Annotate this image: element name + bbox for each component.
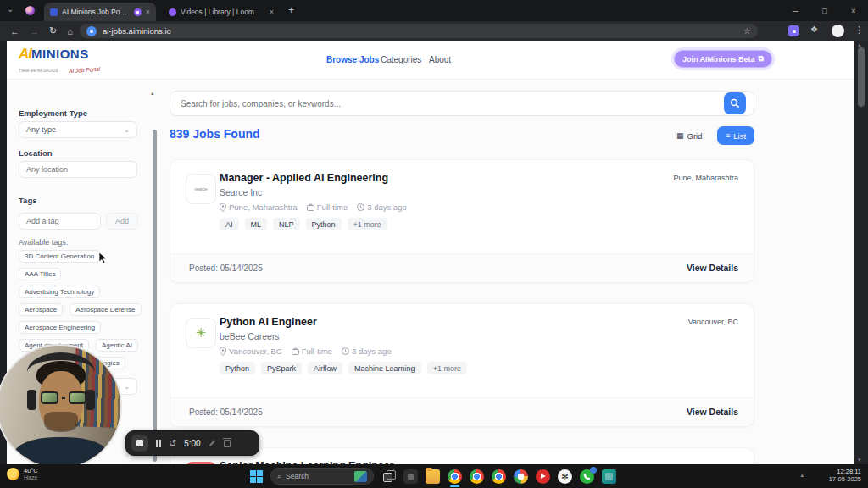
new-tab-button[interactable]: +: [288, 4, 294, 16]
delete-recording-icon[interactable]: [224, 440, 231, 447]
join-beta-button[interactable]: Join AIMinions Beta ⧉: [674, 50, 772, 68]
job-tag[interactable]: Machine Learning: [348, 362, 421, 374]
grid-view-button[interactable]: ▦ Grid: [676, 126, 702, 145]
list-view-button[interactable]: ≡ List: [717, 126, 754, 145]
file-explorer-icon[interactable]: [426, 469, 440, 484]
bookmark-star-icon[interactable]: ☆: [743, 26, 751, 36]
job-title[interactable]: Python AI Engineer: [220, 316, 317, 328]
tag-pill[interactable]: Aerospace Defense: [70, 303, 141, 316]
loom-extension-button[interactable]: [788, 25, 799, 36]
job-tag[interactable]: PySpark: [261, 362, 302, 374]
recording-indicator-icon[interactable]: [25, 6, 35, 15]
tag-pill[interactable]: Advertising Technology: [19, 286, 100, 298]
browser-menu-icon[interactable]: ⋮: [854, 25, 864, 36]
job-card[interactable]: ✳ Python AI Engineer beBee Careers Vanco…: [170, 303, 754, 427]
tags-label: Tags: [19, 196, 36, 205]
tab-search-chevron-icon[interactable]: ⌄: [7, 4, 14, 14]
nav-about[interactable]: About: [429, 55, 451, 64]
window-close-button[interactable]: ×: [839, 0, 868, 21]
job-search-input[interactable]: [181, 99, 743, 108]
tag-pill[interactable]: AAA Titles: [19, 268, 61, 280]
forward-icon[interactable]: →: [30, 26, 39, 36]
url-bar[interactable]: ai-jobs.aiminions.io ☆: [80, 24, 758, 38]
search-button[interactable]: [724, 92, 746, 114]
window-maximize-button[interactable]: □: [810, 0, 839, 21]
taskbar-clock[interactable]: 12:28:11 17-05-2025: [829, 468, 861, 484]
site-favicon: [86, 26, 97, 36]
chrome-icon[interactable]: [448, 469, 462, 484]
job-meta: Pune, Maharashtra Full-time 3 days ago: [220, 202, 407, 212]
reload-icon[interactable]: ↻: [49, 25, 57, 36]
extensions-puzzle-icon[interactable]: ❖: [810, 25, 818, 34]
location-input[interactable]: [26, 165, 130, 174]
page-scrollbar-thumb[interactable]: [858, 47, 865, 107]
tag-pill[interactable]: Aerospace: [19, 303, 63, 316]
chrome-icon[interactable]: [492, 469, 506, 484]
company-logo: searce: [186, 174, 216, 204]
start-button[interactable]: [250, 470, 263, 483]
tab-close-icon[interactable]: ×: [270, 8, 274, 16]
chrome-icon[interactable]: [470, 469, 484, 484]
job-title[interactable]: Manager - Applied AI Engineering: [220, 172, 388, 184]
sidebar-scroll-up-icon[interactable]: ▴: [151, 90, 154, 97]
page-scrollbar-track[interactable]: ▴ ▾: [854, 41, 868, 464]
home-icon[interactable]: ⌂: [67, 26, 73, 36]
job-tag[interactable]: Python: [220, 362, 255, 374]
job-region: Vancouver, BC: [688, 318, 738, 326]
youtube-icon[interactable]: [536, 469, 550, 484]
view-details-button[interactable]: View Details: [687, 407, 738, 417]
headphone-cup: [86, 390, 95, 410]
tag-input[interactable]: [26, 217, 93, 225]
draw-tool-icon[interactable]: [209, 440, 215, 446]
chrome-profile-icon[interactable]: [514, 469, 528, 484]
tab-ai-minions[interactable]: AI Minions Job Portal | Fin ×: [44, 3, 156, 21]
search-highlight-thumbnail: [354, 471, 367, 482]
back-icon[interactable]: ←: [10, 26, 19, 36]
task-view-button[interactable]: [381, 469, 396, 484]
company-logo-text: searce: [194, 186, 207, 191]
nav-browse-jobs[interactable]: Browse Jobs: [326, 55, 379, 64]
job-tag[interactable]: AI: [220, 218, 239, 230]
job-card[interactable]: searce Manager - Applied AI Engineering …: [170, 159, 754, 283]
taskbar-icons: ⌕ Search ✻: [250, 468, 616, 485]
job-tag[interactable]: NLP: [273, 218, 300, 230]
view-details-button[interactable]: View Details: [687, 263, 738, 273]
tab-title: AI Minions Job Portal | Fin: [62, 8, 130, 16]
stop-recording-button[interactable]: [131, 435, 148, 452]
webcam-overlay[interactable]: [0, 344, 122, 469]
restart-recording-icon[interactable]: ↺: [169, 438, 176, 449]
browser-address-bar: ← → ↻ ⌂ ai-jobs.aiminions.io ☆ ❖ ⋮: [0, 21, 868, 41]
aiminions-logo[interactable]: AIMINIONS These are the DROIDS AI Job Po…: [19, 47, 100, 75]
pause-recording-button[interactable]: [156, 440, 161, 447]
nav-categories[interactable]: Categories: [381, 55, 421, 64]
whatsapp-icon[interactable]: [580, 469, 594, 484]
employment-type-select[interactable]: Any type ⌄: [19, 121, 137, 138]
tab-close-icon[interactable]: ×: [146, 8, 150, 16]
scroll-down-icon[interactable]: ▾: [858, 457, 861, 463]
tab-title: Videos | Library | Loom: [181, 8, 265, 16]
job-region: Pune, Maharashtra: [673, 174, 738, 182]
sidebar-scrollbar[interactable]: [153, 130, 157, 462]
chatgpt-icon[interactable]: ✻: [558, 469, 572, 484]
taskbar-app-icon[interactable]: [403, 469, 418, 484]
windows-taskbar: 40°C Haze ⌕ Search ✻: [0, 464, 868, 488]
url-text[interactable]: ai-jobs.aiminions.io: [103, 26, 171, 36]
weather-widget[interactable]: 40°C Haze: [7, 467, 38, 481]
window-minimize-button[interactable]: ─: [782, 0, 810, 21]
loom-extension-icon: [134, 8, 142, 16]
tag-pill[interactable]: Agentic AI: [96, 339, 138, 352]
taskbar-search[interactable]: ⌕ Search: [270, 468, 374, 485]
job-tag[interactable]: ML: [245, 218, 268, 230]
tag-pill[interactable]: 3D Content Generation: [19, 250, 100, 263]
job-tag-more[interactable]: +1 more: [348, 218, 387, 230]
tray-chevron-icon[interactable]: ▴: [800, 472, 804, 479]
tag-pill[interactable]: Aerospace Engineering: [19, 321, 101, 334]
tab-loom-library[interactable]: Videos | Library | Loom ×: [163, 3, 280, 21]
available-tags-label: Available tags:: [19, 238, 68, 247]
job-tag[interactable]: Airflow: [308, 362, 342, 374]
add-tag-button[interactable]: Add: [106, 213, 138, 230]
taskbar-app-icon[interactable]: [602, 469, 616, 484]
profile-avatar[interactable]: [832, 25, 844, 37]
job-tag-more[interactable]: +1 more: [427, 362, 467, 374]
job-tag[interactable]: Python: [306, 218, 342, 230]
